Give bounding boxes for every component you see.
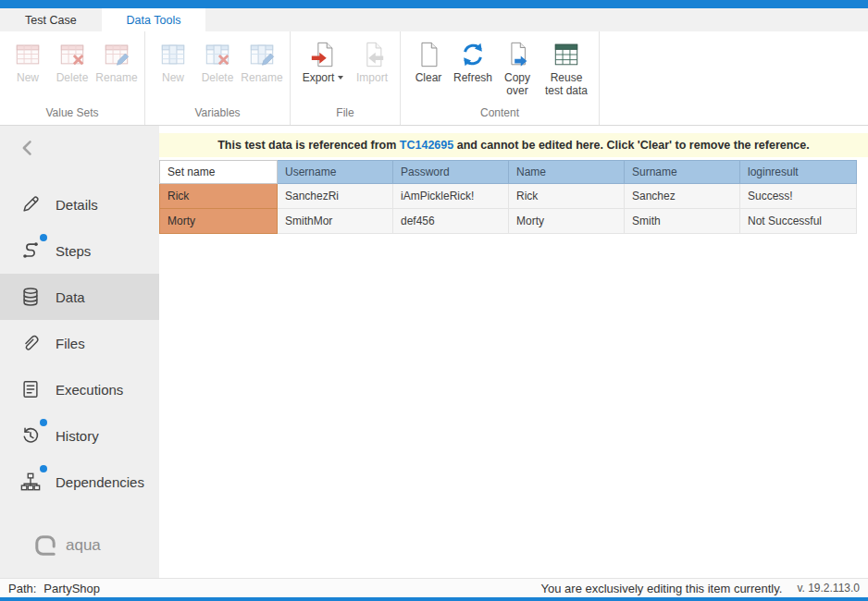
sidebar-item-label: Data	[56, 289, 85, 305]
version-label: v. 19.2.113.0	[797, 582, 860, 595]
sidebar-nav: Details Steps Data	[0, 181, 159, 505]
refresh-button[interactable]: Refresh	[451, 38, 495, 87]
sidebar-item-executions[interactable]: Executions	[0, 366, 159, 412]
test-data-grid: Set name Username Password Name Surname …	[159, 160, 857, 234]
table-new-icon	[13, 40, 43, 69]
sidebar-item-dependencies[interactable]: Dependencies	[0, 459, 159, 505]
export-button[interactable]: Export	[296, 38, 350, 87]
path-value: PartyShop	[43, 582, 100, 595]
status-bar: Path: PartyShop You are exclusively edit…	[0, 578, 868, 597]
executions-icon	[20, 379, 41, 399]
aqua-logo: aqua	[33, 534, 101, 558]
column-header-set-name[interactable]: Set name	[160, 161, 278, 184]
cell-username[interactable]: SmithMor	[278, 209, 393, 234]
cell-surname[interactable]: Smith	[625, 209, 740, 234]
variable-delete-button: Delete	[195, 38, 240, 87]
column-header-surname[interactable]: Surname	[625, 161, 740, 184]
group-label-value-sets: Value Sets	[3, 104, 142, 125]
group-label-variables: Variables	[148, 104, 287, 125]
import-icon	[357, 40, 387, 69]
cell-password[interactable]: def456	[393, 209, 509, 234]
copy-over-icon	[502, 40, 532, 69]
sidebar-item-label: Executions	[56, 382, 123, 398]
app-window: Test Case Data Tools New Delete	[0, 0, 868, 601]
notice-text-before: This test data is referenced from	[217, 139, 400, 152]
ribbon-group-value-sets: New Delete Rename Value Sets	[0, 31, 145, 125]
database-icon	[20, 287, 41, 307]
sidebar-item-label: Files	[56, 336, 85, 351]
ribbon-group-variables: New Delete Rename Variables	[145, 31, 291, 125]
sidebar-item-history[interactable]: History	[0, 412, 159, 459]
column-new-icon	[158, 40, 188, 69]
bottom-accent-bar	[0, 597, 868, 601]
sidebar-item-label: History	[56, 428, 99, 444]
export-dropdown-caret-icon	[338, 76, 343, 80]
valueset-delete-button: Delete	[50, 38, 94, 87]
cell-set-name[interactable]: Morty	[160, 209, 278, 234]
notification-dot	[40, 419, 47, 426]
export-icon	[308, 40, 338, 69]
table-row: Rick SanchezRi iAmPickleRick! Rick Sanch…	[160, 184, 857, 209]
window-title-bar	[0, 0, 868, 8]
hierarchy-icon	[20, 472, 41, 492]
import-button: Import	[350, 38, 394, 87]
tab-test-case[interactable]: Test Case	[0, 8, 102, 31]
grid-header-row: Set name Username Password Name Surname …	[160, 161, 857, 184]
cell-loginresult[interactable]: Success!	[740, 184, 857, 209]
steps-icon	[20, 240, 41, 261]
paperclip-icon	[20, 333, 41, 353]
cell-set-name[interactable]: Rick	[160, 184, 278, 209]
cell-username[interactable]: SanchezRi	[278, 184, 393, 209]
column-rename-icon	[247, 40, 277, 69]
path-label: Path:	[8, 582, 36, 595]
sidebar-item-files[interactable]: Files	[0, 320, 159, 366]
reuse-test-data-button[interactable]: Reuse test data	[539, 38, 593, 100]
column-header-name[interactable]: Name	[509, 161, 625, 184]
cell-surname[interactable]: Sanchez	[625, 184, 740, 209]
sidebar-item-label: Dependencies	[56, 474, 144, 490]
main-panel: This test data is referenced from TC1426…	[159, 126, 868, 578]
table-delete-icon	[57, 40, 87, 69]
variable-rename-button: Rename	[240, 38, 284, 87]
editing-status-message: You are exclusively editing this item cu…	[541, 582, 783, 595]
cell-name[interactable]: Rick	[509, 184, 625, 209]
edit-icon	[20, 194, 41, 215]
group-label-file: File	[293, 104, 397, 125]
column-header-loginresult[interactable]: loginresult	[740, 161, 857, 184]
column-delete-icon	[203, 40, 232, 69]
notification-bar: This test data is referenced from TC1426…	[159, 133, 868, 157]
ribbon: New Delete Rename Value Sets	[0, 31, 868, 126]
table-row: Morty SmithMor def456 Morty Smith Not Su…	[160, 209, 857, 234]
column-header-password[interactable]: Password	[393, 161, 509, 184]
valueset-rename-button: Rename	[94, 38, 139, 87]
group-label-content: Content	[403, 104, 596, 125]
back-chevron-icon	[19, 139, 37, 157]
reuse-table-icon	[552, 40, 581, 69]
variable-new-button: New	[151, 38, 195, 87]
history-icon	[20, 425, 41, 446]
sidebar: Details Steps Data	[0, 126, 159, 578]
tab-data-tools[interactable]: Data Tools	[102, 8, 206, 31]
sidebar-item-label: Details	[56, 197, 98, 213]
sidebar-item-label: Steps	[56, 243, 91, 259]
sidebar-item-steps[interactable]: Steps	[0, 227, 159, 274]
ribbon-group-file: Export Import File	[291, 31, 401, 125]
aqua-logo-icon	[33, 534, 57, 558]
column-header-username[interactable]: Username	[278, 161, 393, 184]
cell-password[interactable]: iAmPickleRick!	[393, 184, 509, 209]
table-rename-icon	[102, 40, 131, 69]
sidebar-item-data[interactable]: Data	[0, 274, 159, 320]
valueset-new-button: New	[6, 38, 50, 87]
clear-button[interactable]: Clear	[406, 38, 451, 87]
copy-over-button[interactable]: Copy over	[495, 38, 539, 100]
sidebar-item-details[interactable]: Details	[0, 181, 159, 227]
notification-dot	[40, 234, 47, 241]
cell-name[interactable]: Morty	[509, 209, 625, 234]
tc-reference-link[interactable]: TC142695	[400, 139, 453, 152]
back-button[interactable]	[19, 139, 41, 161]
cell-loginresult[interactable]: Not Successful	[740, 209, 857, 234]
clear-document-icon	[414, 40, 443, 69]
refresh-icon	[458, 40, 488, 69]
ribbon-group-content: Clear Refresh Copy over	[401, 31, 600, 125]
notice-text-after: and cannot be edited here. Click 'Clear'…	[453, 139, 810, 152]
